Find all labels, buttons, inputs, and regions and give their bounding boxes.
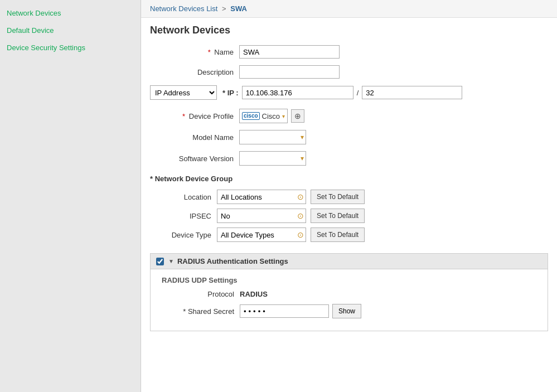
location-label: Location [161, 193, 217, 201]
radius-checkbox[interactable] [156, 258, 164, 265]
globe-button[interactable]: ⊕ [291, 109, 304, 123]
location-select-wrapper: All Locations [217, 190, 306, 204]
ip-type-select[interactable]: IP Address [150, 85, 217, 100]
model-name-select[interactable] [239, 130, 306, 144]
protocol-value: RADIUS [240, 290, 268, 298]
device-type-select[interactable]: All Device Types [217, 228, 306, 242]
radius-header[interactable]: ▼ RADIUS Authentication Settings [151, 254, 548, 269]
software-version-row: Software Version [150, 151, 548, 166]
cisco-dropdown-arrow-icon: ▾ [282, 113, 285, 119]
sidebar-item-default-device[interactable]: Default Device [0, 22, 141, 39]
device-type-set-default-button[interactable]: Set To Default [311, 228, 365, 242]
name-label: * Name [150, 48, 239, 56]
ipsec-select-wrapper: No [217, 209, 306, 223]
shared-secret-label: * Shared Secret [162, 307, 240, 316]
software-version-wrapper [239, 151, 306, 166]
name-row: * Name [150, 45, 548, 59]
breadcrumb-current: SWA [230, 4, 247, 13]
name-input[interactable] [239, 45, 340, 59]
radius-udp-title: RADIUS UDP Settings [162, 276, 536, 284]
main-content: Network Devices List > SWA Network Devic… [141, 0, 557, 392]
cisco-text: Cisco [262, 112, 280, 120]
description-input[interactable] [239, 65, 340, 79]
model-name-wrapper [239, 130, 306, 144]
shared-secret-row: * Shared Secret Show [162, 304, 536, 318]
slash: / [357, 89, 359, 97]
location-set-default-button[interactable]: Set To Default [311, 190, 365, 204]
ip-input[interactable] [242, 86, 353, 99]
description-label: Description [150, 68, 239, 76]
globe-icon: ⊕ [294, 112, 301, 120]
software-version-label: Software Version [150, 154, 239, 163]
model-name-row: Model Name [150, 130, 548, 144]
location-select[interactable]: All Locations [217, 190, 306, 204]
model-name-label: Model Name [150, 133, 239, 142]
location-row: Location All Locations Set To Default [161, 190, 548, 204]
cisco-logo-icon: cisco [242, 112, 260, 120]
device-type-select-wrapper: All Device Types [217, 228, 306, 242]
sidebar: Network Devices Default Device Device Se… [0, 0, 141, 392]
device-profile-label: * Device Profile [150, 112, 239, 120]
radius-triangle-icon: ▼ [168, 258, 174, 264]
sidebar-item-device-security-settings[interactable]: Device Security Settings [0, 39, 141, 56]
breadcrumb-link[interactable]: Network Devices List [150, 4, 217, 13]
software-version-select[interactable] [239, 151, 306, 166]
ndg-heading: * Network Device Group [150, 175, 548, 183]
ip-row: IP Address * IP : / [150, 85, 548, 100]
subnet-input[interactable] [362, 86, 462, 99]
ip-label: * IP : [222, 89, 239, 97]
radius-body: RADIUS UDP Settings Protocol RADIUS * Sh… [151, 269, 548, 331]
form-area: * Name Description IP Address * IP : / [141, 41, 557, 340]
sidebar-item-network-devices[interactable]: Network Devices [0, 4, 141, 22]
shared-secret-input[interactable] [240, 304, 329, 318]
radius-section-label: RADIUS Authentication Settings [177, 257, 288, 265]
ipsec-select[interactable]: No [217, 209, 306, 223]
page-title: Network Devices [141, 18, 557, 41]
breadcrumb-separator: > [222, 4, 226, 13]
protocol-label: Protocol [162, 290, 240, 298]
device-type-label: Device Type [161, 231, 217, 239]
ipsec-set-default-button[interactable]: Set To Default [311, 209, 365, 223]
show-secret-button[interactable]: Show [332, 304, 361, 318]
ipsec-label: IPSEC [161, 212, 217, 220]
device-profile-row: * Device Profile cisco Cisco ▾ ⊕ [150, 109, 548, 123]
protocol-row: Protocol RADIUS [162, 290, 536, 298]
required-star: * [208, 48, 211, 56]
description-row: Description [150, 65, 548, 79]
ipsec-row: IPSEC No Set To Default [161, 209, 548, 223]
radius-section: ▼ RADIUS Authentication Settings RADIUS … [150, 253, 548, 331]
device-profile-dropdown[interactable]: cisco Cisco ▾ [239, 109, 288, 123]
breadcrumb: Network Devices List > SWA [141, 0, 557, 18]
device-type-row: Device Type All Device Types Set To Defa… [161, 228, 548, 242]
